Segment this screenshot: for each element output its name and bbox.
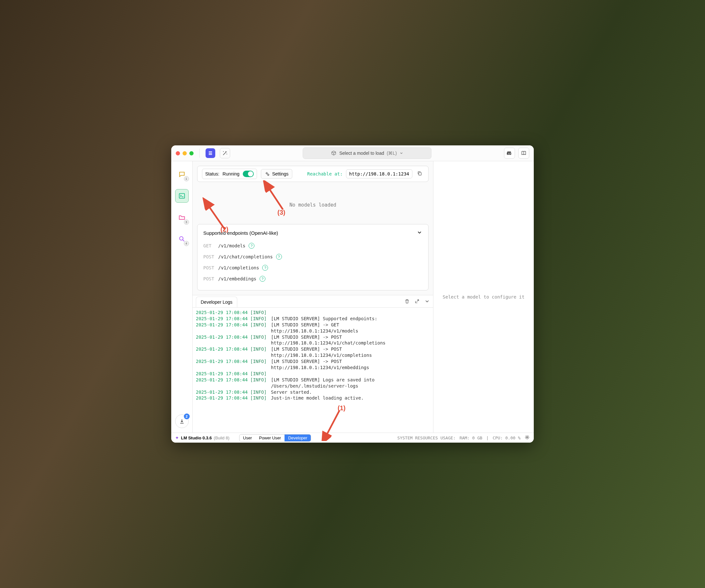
popout-logs-button[interactable] bbox=[414, 299, 420, 305]
http-method: POST bbox=[203, 254, 215, 259]
copy-url-button[interactable] bbox=[416, 169, 424, 179]
log-line: 2025-01-29 17:08:44 [INFO] bbox=[196, 371, 430, 377]
mode-option[interactable]: Developer bbox=[285, 435, 311, 441]
collapse-logs-button[interactable] bbox=[424, 299, 430, 305]
log-line: 2025-01-29 17:08:44 [INFO] [LM STUDIO SE… bbox=[196, 334, 430, 347]
logs-tab[interactable]: Developer Logs bbox=[196, 297, 237, 307]
build-label: (Build 8) bbox=[214, 436, 229, 440]
reachable-label: Reachable at: bbox=[307, 171, 343, 176]
magic-button[interactable] bbox=[220, 148, 230, 158]
title-bar: Select a model to load (⌘L) bbox=[171, 145, 534, 161]
docs-button[interactable] bbox=[518, 148, 529, 159]
endpoint-path: /v1/chat/completions bbox=[218, 254, 273, 259]
gear-icon bbox=[524, 435, 530, 440]
cube-icon bbox=[331, 150, 337, 156]
status-bar: ✦ LM Studio 0.3.6 (Build 8) UserPower Us… bbox=[171, 433, 534, 443]
endpoints-title: Supported endpoints (OpenAI-like) bbox=[203, 230, 278, 236]
http-method: POST bbox=[203, 276, 215, 281]
chevron-down-icon bbox=[399, 151, 403, 155]
svg-rect-0 bbox=[209, 151, 213, 152]
clear-logs-button[interactable] bbox=[404, 299, 410, 305]
resources-label: SYSTEM RESOURCES USAGE: bbox=[397, 436, 456, 440]
chevron-down-icon bbox=[417, 230, 422, 235]
discord-icon bbox=[507, 150, 512, 156]
downloads-button[interactable]: 2 bbox=[175, 414, 189, 428]
app-name: LM Studio 0.3.6 bbox=[181, 436, 212, 440]
endpoint-path: /v1/completions bbox=[218, 265, 259, 270]
endpoint-row: POST/v1/chat/completions? bbox=[203, 251, 422, 262]
mode-switch[interactable]: UserPower UserDeveloper bbox=[239, 434, 312, 442]
status-label: Status: bbox=[205, 171, 220, 176]
ram-usage: RAM: 0 GB bbox=[460, 436, 482, 440]
svg-rect-3 bbox=[179, 194, 185, 198]
sidebar: 1 3 4 2 bbox=[171, 161, 193, 433]
log-line: 2025-01-29 17:08:44 [INFO] Just-in-time … bbox=[196, 395, 430, 401]
developer-panel: Status: Running Settings Reachable at: h… bbox=[193, 161, 433, 433]
endpoint-path: /v1/embeddings bbox=[218, 276, 256, 281]
log-line: 2025-01-29 17:08:44 [INFO] [LM STUDIO SE… bbox=[196, 377, 430, 389]
sidebar-item-chat[interactable]: 1 bbox=[176, 168, 188, 181]
help-icon[interactable]: ? bbox=[260, 276, 266, 282]
plugin-icon: ✦ bbox=[175, 435, 179, 440]
book-icon bbox=[521, 150, 527, 156]
endpoints-toggle[interactable] bbox=[417, 230, 422, 236]
gear-icon bbox=[265, 171, 270, 176]
status-value: Running bbox=[223, 171, 239, 176]
divider bbox=[199, 149, 200, 158]
trash-icon bbox=[404, 299, 410, 304]
sidebar-item-search[interactable]: 4 bbox=[176, 232, 188, 245]
server-status-pill: Status: Running bbox=[202, 169, 257, 179]
model-selector-hint: (⌘L) bbox=[387, 150, 397, 156]
cpu-usage: CPU: 0.00 % bbox=[492, 436, 520, 440]
help-icon[interactable]: ? bbox=[262, 265, 268, 271]
help-icon[interactable]: ? bbox=[248, 243, 254, 249]
log-line: 2025-01-29 17:08:44 [INFO] [LM STUDIO SE… bbox=[196, 346, 430, 358]
terminal-icon bbox=[178, 192, 185, 199]
copy-icon bbox=[417, 171, 422, 176]
app-window: Select a model to load (⌘L) 1 bbox=[171, 145, 534, 443]
app-logo-icon bbox=[205, 148, 215, 158]
log-line: 2025-01-29 17:08:44 [INFO] [LM STUDIO SE… bbox=[196, 322, 430, 334]
log-line: 2025-01-29 17:08:44 [INFO] [LM STUDIO SE… bbox=[196, 358, 430, 371]
server-settings-button[interactable]: Settings bbox=[261, 169, 293, 179]
svg-point-6 bbox=[267, 174, 269, 176]
model-config-panel: Select a model to configure it bbox=[433, 161, 534, 433]
discord-button[interactable] bbox=[504, 148, 515, 159]
logs-section: Developer Logs 2025-01-29 17:08:44 [INFO… bbox=[193, 295, 433, 433]
minimize-window-button[interactable] bbox=[183, 151, 187, 155]
model-selector[interactable]: Select a model to load (⌘L) bbox=[303, 147, 431, 159]
chevron-down-icon bbox=[424, 299, 430, 304]
sidebar-item-models[interactable]: 3 bbox=[176, 211, 188, 224]
loaded-models-area: No models loaded bbox=[193, 182, 433, 224]
settings-gear-button[interactable] bbox=[524, 435, 530, 441]
sidebar-badge: 1 bbox=[184, 176, 189, 181]
wand-icon bbox=[222, 150, 228, 156]
server-toggle[interactable] bbox=[243, 171, 254, 177]
endpoint-row: POST/v1/embeddings? bbox=[203, 273, 422, 284]
svg-rect-2 bbox=[209, 154, 213, 155]
mode-option[interactable]: User bbox=[239, 435, 255, 441]
endpoint-path: /v1/models bbox=[218, 243, 245, 248]
help-icon[interactable]: ? bbox=[276, 254, 282, 260]
settings-label: Settings bbox=[272, 171, 289, 176]
maximize-window-button[interactable] bbox=[189, 151, 194, 155]
endpoints-panel: Supported endpoints (OpenAI-like) GET/v1… bbox=[197, 224, 429, 290]
close-window-button[interactable] bbox=[176, 151, 180, 155]
svg-point-5 bbox=[266, 173, 267, 174]
window-controls bbox=[176, 151, 194, 155]
popout-icon bbox=[414, 299, 420, 304]
endpoint-row: GET/v1/models? bbox=[203, 240, 422, 251]
log-output[interactable]: 2025-01-29 17:08:44 [INFO] 2025-01-29 17… bbox=[193, 307, 433, 433]
http-method: POST bbox=[203, 265, 215, 270]
server-url: http://198.18.0.1:1234 bbox=[346, 169, 412, 178]
log-line: 2025-01-29 17:08:44 [INFO] [LM STUDIO SE… bbox=[196, 316, 430, 322]
sidebar-badge: 3 bbox=[184, 220, 189, 225]
http-method: GET bbox=[203, 243, 215, 248]
server-status-row: Status: Running Settings Reachable at: h… bbox=[197, 166, 429, 182]
sidebar-item-developer[interactable] bbox=[175, 189, 189, 203]
download-badge: 2 bbox=[184, 413, 190, 419]
mode-option[interactable]: Power User bbox=[255, 435, 285, 441]
download-icon bbox=[179, 418, 185, 424]
svg-point-4 bbox=[179, 237, 183, 240]
log-line: 2025-01-29 17:08:44 [INFO] Server starte… bbox=[196, 389, 430, 395]
